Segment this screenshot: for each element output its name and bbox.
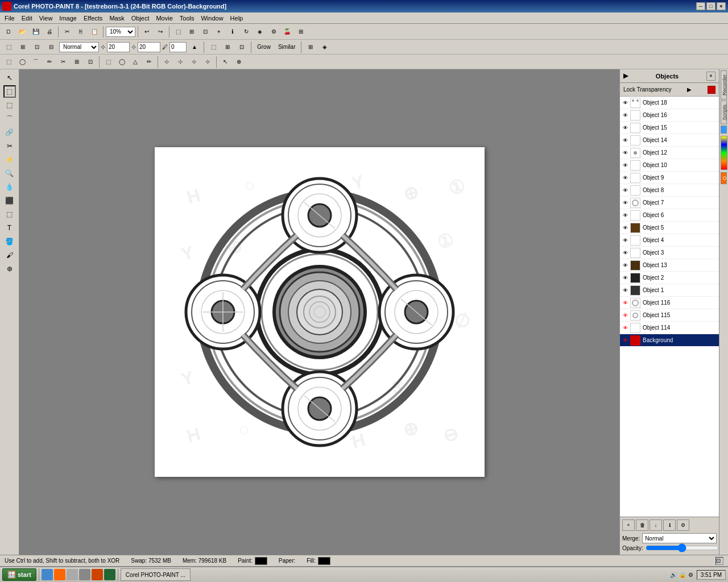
visibility-eye[interactable]: 👁 [621, 124, 629, 132]
taskbar-corel-app[interactable]: Corel PHOTO-PAINT ... [121, 568, 191, 581]
feather-up[interactable]: ▲ [188, 41, 201, 53]
height-input[interactable] [138, 42, 160, 52]
tool10[interactable]: ⊞ [295, 26, 307, 38]
table-row[interactable]: 👁 Object 10 [620, 159, 719, 172]
visibility-eye[interactable]: 👁 [621, 199, 629, 207]
shape-btn2[interactable]: ◯ [115, 56, 128, 68]
table-row[interactable]: 👁 Object 1 [620, 284, 719, 297]
merge-down-btn[interactable]: ↓ [650, 519, 662, 531]
table-row[interactable]: 👁 Object 9 [620, 172, 719, 184]
sel-btn1[interactable]: ⬚ [2, 41, 15, 53]
table-row[interactable]: 👁 Object 13 [620, 259, 719, 272]
draw-btn5[interactable]: ✂ [57, 56, 69, 68]
shape-btn4[interactable]: ✏ [143, 56, 155, 68]
visibility-eye[interactable]: 👁 [621, 136, 629, 144]
close-button[interactable]: × [717, 2, 726, 10]
scripts-tab[interactable]: Scripts [721, 101, 727, 124]
tool-text[interactable]: T [3, 222, 16, 234]
lock-transparency-arrow[interactable]: ▶ [687, 86, 692, 93]
sel-btn3[interactable]: ⊡ [31, 41, 43, 53]
table-row-background[interactable]: 👁 Background [620, 334, 719, 347]
draw-btn6[interactable]: ⊞ [71, 56, 83, 68]
sel-btn4[interactable]: ⊟ [45, 41, 57, 53]
visibility-eye[interactable]: 👁 [621, 111, 629, 119]
tool-magic-wand[interactable]: ⚡ [3, 153, 16, 166]
table-row[interactable]: 👁 Object 18 [620, 97, 719, 109]
transform-btn[interactable]: ↖ [219, 56, 231, 68]
open-btn[interactable]: 📂 [16, 26, 28, 38]
tool-eyedrop[interactable]: 💧 [3, 181, 16, 193]
tool5[interactable]: ℹ [226, 26, 239, 38]
opacity-slider[interactable] [646, 544, 719, 551]
tool2[interactable]: ⊞ [185, 26, 198, 38]
menu-edit[interactable]: Edit [18, 14, 36, 23]
tool-mask-wire[interactable]: 🔗 [3, 126, 16, 139]
mask-btn3[interactable]: ⊡ [235, 41, 248, 53]
tool-scissors[interactable]: ✂ [3, 140, 16, 152]
visibility-eye[interactable]: 👁 [621, 249, 629, 257]
objects-tab[interactable]: O [721, 172, 727, 184]
visibility-eye[interactable]: 👁 [621, 274, 629, 282]
delete-layer-btn[interactable]: 🗑 [636, 519, 648, 531]
tool-zoom[interactable]: 🔍 [3, 167, 16, 180]
tool3[interactable]: ⊡ [199, 26, 212, 38]
visibility-eye[interactable]: 👁 [621, 149, 629, 157]
cut-btn[interactable]: ✂ [61, 26, 73, 38]
draw-btn1[interactable]: ⬚ [2, 56, 15, 68]
new-layer-btn[interactable]: + [622, 519, 635, 531]
tool-eraser[interactable]: ⬛ [3, 194, 16, 207]
table-row[interactable]: 👁 Object 5 [620, 222, 719, 234]
tool-mask-rect[interactable]: ⬚ [3, 99, 16, 111]
tool8[interactable]: ⚙ [267, 26, 280, 38]
shape-btn3[interactable]: △ [129, 56, 142, 68]
mask-btn1[interactable]: ⬚ [207, 41, 220, 53]
merge-mode-select[interactable]: Normal Multiply Screen [642, 533, 717, 543]
tool-rectangle[interactable]: ⬚ [3, 208, 16, 221]
copy-btn[interactable]: ⎘ [75, 26, 87, 38]
table-row[interactable]: 👁 Object 4 [620, 234, 719, 247]
table-row[interactable]: 👁 Object 115 [620, 309, 719, 322]
tool-mask-free[interactable]: ⌒ [3, 113, 16, 125]
menu-window[interactable]: Window [197, 14, 226, 23]
recorder-tab[interactable]: Recorder [721, 70, 727, 99]
similar-btn[interactable]: Similar [275, 41, 299, 53]
minimize-button[interactable]: ─ [696, 2, 705, 10]
tool-clone[interactable]: ⊕ [3, 263, 16, 275]
menu-image[interactable]: Image [56, 14, 80, 23]
sel-btn2[interactable]: ⊞ [16, 41, 29, 53]
mode-select[interactable]: Normal Additive Subtractive [59, 42, 99, 52]
tool-transform[interactable]: ⬚ [3, 85, 16, 98]
grow-btn[interactable]: Grow [254, 41, 274, 53]
print-btn[interactable]: 🖨 [43, 26, 56, 38]
tool9[interactable]: 🍒 [281, 26, 293, 38]
visibility-eye[interactable]: 👁 [621, 261, 629, 269]
table-row[interactable]: 👁 Object 16 [620, 109, 719, 122]
media-icon[interactable] [104, 569, 115, 580]
tool4[interactable]: ⌖ [213, 26, 225, 38]
menu-mask[interactable]: Mask [106, 14, 127, 23]
menu-effects[interactable]: Effects [80, 14, 106, 23]
draw-btn3[interactable]: ⌒ [30, 56, 42, 68]
width-input[interactable] [107, 42, 130, 52]
undo-btn[interactable]: ↩ [140, 26, 153, 38]
ie-icon[interactable] [42, 569, 53, 580]
visibility-eye[interactable]: 👁 [621, 99, 629, 107]
table-row[interactable]: 👁 Object 12 [620, 147, 719, 159]
objects-close-btn[interactable]: × [706, 72, 715, 81]
menu-help[interactable]: Help [227, 14, 247, 23]
tool-brush[interactable]: 🖌 [3, 249, 16, 261]
tool7[interactable]: ◈ [254, 26, 266, 38]
obj-properties-btn[interactable]: ℹ [663, 519, 676, 531]
menu-movie[interactable]: Movie [152, 14, 176, 23]
menu-file[interactable]: File [1, 14, 18, 23]
start-button[interactable]: 🪟 start [2, 568, 36, 581]
desktop-icon[interactable] [67, 569, 78, 580]
objects-list[interactable]: 👁 Object 18 👁 Object 16 👁 Object 15 👁 [620, 97, 719, 517]
mask-btn2[interactable]: ⊞ [221, 41, 234, 53]
visibility-eye[interactable]: 👁 [621, 286, 629, 294]
table-row[interactable]: 👁 Object 14 [620, 134, 719, 147]
tool1[interactable]: ⬚ [172, 26, 184, 38]
visibility-eye[interactable]: 👁 [621, 186, 629, 194]
visibility-eye[interactable]: 👁 [621, 161, 629, 169]
table-row[interactable]: 👁 Object 7 [620, 197, 719, 209]
